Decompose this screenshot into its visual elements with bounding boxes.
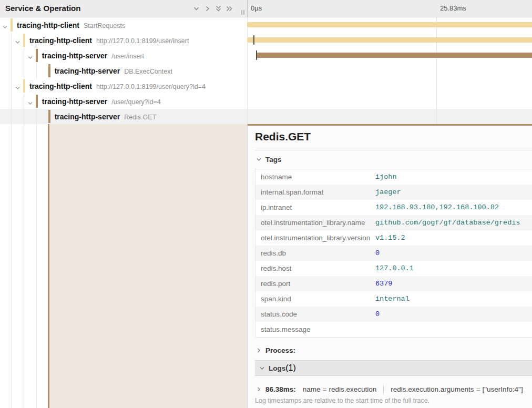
equals-sign: = (474, 385, 483, 393)
span-row[interactable]: tracing-http-clienthttp://127.0.0.1:8199… (0, 33, 532, 48)
logs-section-label: Logs (269, 364, 285, 372)
span-service-name: tracing-http-server (55, 113, 120, 121)
span-row[interactable]: tracing-http-serverDB.ExecContext (0, 63, 532, 78)
chevron-down-icon[interactable] (192, 5, 200, 13)
tags-section-header[interactable]: Tags (256, 156, 282, 164)
tag-value: github.com/gogf/gf/database/gredis (375, 215, 520, 230)
ruler-tick-label: 25.83ms (440, 0, 466, 17)
indent-guide (11, 124, 12, 408)
tag-key: otel.instrumentation_library.version (255, 230, 375, 246)
tag-key: status.code (255, 307, 375, 322)
span-service-name: tracing-http-client (29, 36, 92, 45)
title-divider (255, 150, 532, 150)
tag-row: status.message (255, 322, 532, 337)
span-timeline-cell (247, 109, 532, 124)
tag-key: redis.host (255, 261, 375, 276)
chevron-right-icon (256, 348, 262, 353)
tag-key: ip.intranet (255, 200, 375, 215)
logs-section-header[interactable]: Logs (1) (255, 360, 532, 376)
span-detail-row: Redis.GET Tags hostnameijohninternal.spa… (0, 124, 532, 408)
span-rows: tracing-http-clientStartRequeststracing-… (0, 17, 532, 124)
span-labels: tracing-http-serverDB.ExecContext (55, 63, 172, 79)
span-detail-tint (49, 124, 247, 408)
tag-value: internal (375, 291, 410, 307)
span-detail-title: Redis.GET (255, 130, 311, 143)
span-timeline-cell (247, 48, 532, 63)
tag-value: 6379 (375, 276, 392, 291)
span-operation-name: DB.ExecContext (124, 68, 172, 75)
span-row[interactable]: tracing-http-clientStartRequests (0, 17, 532, 33)
double-chevron-right-icon[interactable] (226, 5, 233, 13)
span-row[interactable]: tracing-http-clienthttp://127.0.0.1:8199… (0, 78, 532, 94)
span-color-bar (36, 95, 38, 108)
tag-value: 0 (375, 307, 380, 322)
span-operation-name: StartRequests (84, 22, 125, 29)
indent-guide (36, 63, 37, 78)
span-labels: tracing-http-clienthttp://127.0.0.1:8199… (29, 78, 206, 95)
indent-guide (11, 48, 12, 63)
tag-row: hostnameijohn (255, 169, 532, 185)
chevron-down-icon (256, 157, 262, 162)
span-row[interactable]: tracing-http-server/user/query?id=4 (0, 94, 532, 109)
span-color-bar (23, 34, 25, 47)
log-field-value: ["userInfo:4"] (483, 385, 523, 393)
span-detail-top-border (248, 124, 532, 126)
tag-row: redis.host127.0.0.1 (255, 261, 532, 276)
log-field-key: name (303, 385, 321, 393)
process-section-header[interactable]: Process: (256, 346, 295, 354)
span-color-bar (48, 110, 50, 123)
span-timeline-cell (247, 63, 532, 78)
chevron-right-icon[interactable] (203, 5, 211, 13)
indent-guide (11, 78, 12, 94)
span-duration-bar[interactable] (256, 53, 532, 58)
span-duration-bar[interactable] (247, 22, 532, 27)
expand-chevron-icon[interactable] (2, 23, 8, 28)
expand-chevron-icon[interactable] (15, 38, 21, 44)
expand-chevron-icon[interactable] (27, 53, 33, 59)
span-name-cell: tracing-http-clienthttp://127.0.0.1:8199… (0, 33, 247, 48)
indent-guide (11, 109, 12, 124)
indent-guide (11, 63, 12, 78)
span-operation-name: Redis.GET (124, 114, 156, 121)
span-row[interactable]: tracing-http-serverRedis.GET (0, 109, 532, 124)
span-timeline-cell (247, 94, 532, 109)
log-field-key: redis.execution.arguments (391, 385, 474, 393)
span-operation-name: /user/query?id=4 (111, 98, 160, 106)
tag-row: span.kindinternal (255, 291, 532, 307)
span-row[interactable]: tracing-http-server/user/insert (0, 48, 532, 63)
indent-guide (36, 109, 37, 124)
span-operation-name: http://127.0.0.1:8199/user/query?id=4 (96, 83, 206, 90)
expand-chevron-icon[interactable] (15, 84, 21, 89)
span-color-bar (11, 18, 13, 32)
span-color-bar (48, 64, 50, 77)
tag-key: internal.span.format (255, 185, 375, 200)
tag-value: v1.15.2 (375, 230, 405, 246)
timeline-gridline (247, 17, 248, 124)
span-labels: tracing-http-clientStartRequests (17, 17, 125, 34)
span-name-cell: tracing-http-server/user/query?id=4 (0, 94, 247, 109)
chevron-down-icon (259, 365, 265, 371)
tags-section-label: Tags (265, 156, 282, 164)
span-service-name: tracing-http-server (55, 67, 120, 75)
expand-chevron-icon[interactable] (27, 99, 33, 105)
service-operation-title: Service & Operation (5, 0, 80, 17)
double-chevron-down-icon[interactable] (214, 5, 222, 13)
equals-sign: = (321, 385, 329, 393)
pane-resizer-grip[interactable] (241, 10, 244, 15)
indent-guide (11, 33, 12, 48)
tag-value: jaeger (375, 185, 401, 200)
log-field: redis.execution.arguments=["userInfo:4"] (391, 385, 523, 393)
log-entry-row[interactable]: 86.38ms: name=redis.executionredis.execu… (256, 383, 530, 395)
span-duration-bar[interactable] (247, 37, 532, 43)
tag-key: status.message (255, 322, 375, 337)
timeline-ruler: 0µs 25.83ms (247, 0, 532, 17)
trace-detail-page: Service & Operation 0µs 25.83ms tracing-… (0, 0, 532, 408)
span-name-cell: tracing-http-serverDB.ExecContext (0, 63, 247, 78)
indent-guide (24, 94, 24, 109)
span-name-cell: tracing-http-server/user/insert (0, 48, 247, 63)
span-labels: tracing-http-server/user/insert (42, 48, 144, 64)
tag-row: redis.db0 (255, 246, 532, 261)
span-service-name: tracing-http-server (42, 97, 107, 106)
tags-table: hostnameijohninternal.span.formatjaegeri… (255, 169, 532, 338)
span-labels: tracing-http-server/user/query?id=4 (42, 94, 161, 110)
